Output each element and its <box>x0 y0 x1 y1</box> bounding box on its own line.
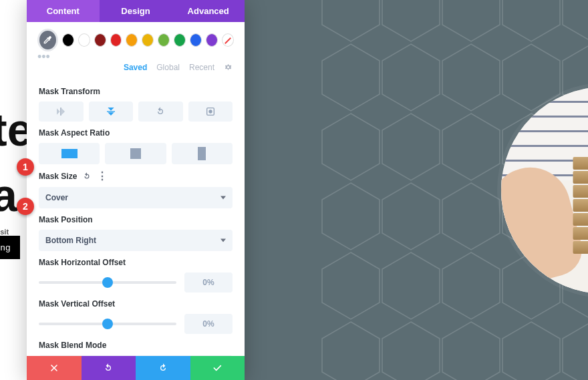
v-offset-value[interactable]: 0% <box>184 314 233 334</box>
annotation-marker-1: 1 <box>17 158 34 176</box>
svg-rect-2 <box>61 108 61 116</box>
swatch-none[interactable] <box>222 33 234 47</box>
presets-settings-button[interactable] <box>224 63 233 73</box>
panel-scroll-area[interactable]: Mask Transform Mask Aspect Ratio Mask Si… <box>27 80 245 356</box>
swatch-green[interactable] <box>174 33 186 47</box>
svg-point-5 <box>208 110 212 113</box>
rotate-icon <box>155 106 166 117</box>
rotate-button[interactable] <box>138 102 183 122</box>
label-mask-size: Mask Size ⋮ <box>39 171 233 182</box>
save-button[interactable] <box>190 356 245 380</box>
aspect-landscape-button[interactable] <box>39 143 100 164</box>
flip-horizontal-button[interactable] <box>39 102 84 122</box>
aspect-portrait-button[interactable] <box>172 143 233 164</box>
tab-advanced[interactable]: Advanced <box>172 0 245 22</box>
panel-footer <box>27 356 245 380</box>
label-mask-transform: Mask Transform <box>39 87 233 96</box>
undo-button[interactable] <box>82 356 136 380</box>
hex-pattern-bg <box>241 0 588 380</box>
close-icon <box>49 363 59 373</box>
preset-saved[interactable]: Saved <box>124 63 147 73</box>
invert-icon <box>205 106 216 117</box>
presets-row: Saved Global Recent <box>27 60 245 80</box>
mask-blend-select[interactable]: Normal <box>39 355 233 356</box>
gear-icon <box>224 63 233 71</box>
mask-blend-select-wrap: Normal <box>39 355 233 356</box>
swatch-red[interactable] <box>110 33 122 47</box>
invert-button[interactable] <box>188 102 233 122</box>
swatch-lime[interactable] <box>158 33 170 47</box>
redo-icon <box>158 363 168 373</box>
reset-mask-size-button[interactable] <box>82 172 92 181</box>
mask-position-select[interactable]: Bottom Right <box>39 230 233 251</box>
h-offset-value[interactable]: 0% <box>184 272 233 293</box>
h-offset-thumb[interactable] <box>102 277 113 288</box>
aspect-square-button[interactable] <box>105 143 166 164</box>
mask-position-select-wrap: Bottom Right <box>39 230 233 251</box>
label-mask-aspect: Mask Aspect Ratio <box>39 128 233 138</box>
tab-design[interactable]: Design <box>100 0 172 22</box>
mask-transform-row <box>39 102 233 122</box>
panel-tabs: Content Design Advanced <box>27 0 245 22</box>
flip-vertical-icon <box>106 106 116 117</box>
v-offset-row: 0% <box>39 314 233 334</box>
swatch-darkred[interactable] <box>94 33 106 47</box>
swatch-white[interactable] <box>78 33 90 47</box>
settings-panel: Content Design Advanced ••• Saved Global… <box>27 0 245 380</box>
label-mask-v-offset: Mask Vertical Offset <box>39 299 233 309</box>
svg-rect-3 <box>107 111 115 112</box>
tab-content[interactable]: Content <box>27 0 100 22</box>
cancel-button[interactable] <box>27 356 82 380</box>
mask-size-options-button[interactable]: ⋮ <box>97 171 108 182</box>
bg-cta-button[interactable]: anning <box>0 236 20 259</box>
flip-vertical-button[interactable] <box>89 102 134 122</box>
label-mask-h-offset: Mask Horizontal Offset <box>39 258 233 267</box>
swatch-yellow[interactable] <box>142 33 154 47</box>
label-mask-position: Mask Position <box>39 215 233 224</box>
redo-button[interactable] <box>136 356 190 380</box>
swatch-purple[interactable] <box>206 33 218 47</box>
v-offset-slider[interactable] <box>39 323 176 325</box>
swatch-blue[interactable] <box>190 33 202 47</box>
label-mask-size-text: Mask Size <box>39 172 77 181</box>
h-offset-slider[interactable] <box>39 281 176 284</box>
mask-size-select[interactable]: Cover <box>39 187 233 208</box>
annotation-marker-2: 2 <box>17 198 34 215</box>
swatch-black[interactable] <box>62 33 74 47</box>
flip-horizontal-icon <box>55 106 66 117</box>
h-offset-row: 0% <box>39 272 233 293</box>
color-picker-button[interactable] <box>37 29 58 51</box>
undo-icon <box>103 363 114 373</box>
check-icon <box>212 363 223 373</box>
reset-icon <box>82 172 92 181</box>
more-options-dots[interactable]: ••• <box>27 54 245 60</box>
preset-recent[interactable]: Recent <box>189 63 214 73</box>
label-mask-blend: Mask Blend Mode <box>39 341 233 350</box>
v-offset-thumb[interactable] <box>102 319 113 329</box>
eyedropper-icon <box>42 35 53 45</box>
mask-size-select-wrap: Cover <box>39 187 233 208</box>
preset-global[interactable]: Global <box>156 63 180 73</box>
aspect-ratio-row <box>39 143 233 164</box>
color-swatch-row <box>27 22 245 54</box>
swatch-orange[interactable] <box>126 33 138 47</box>
